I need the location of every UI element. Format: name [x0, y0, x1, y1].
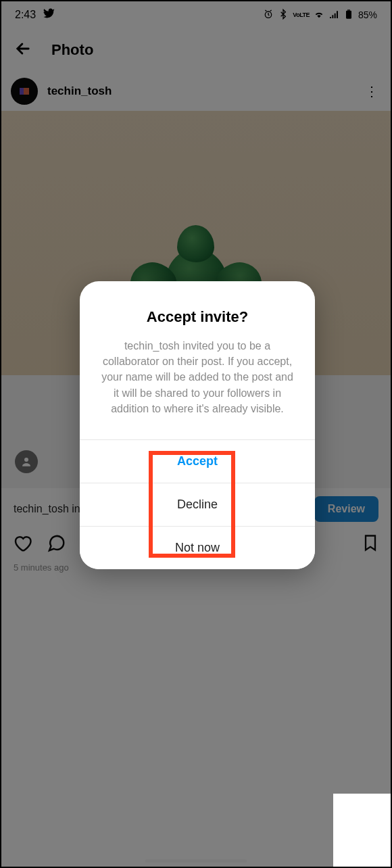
accept-button[interactable]: Accept	[80, 439, 315, 483]
dialog-body-text: techin_tosh invited you to be a collabor…	[99, 338, 296, 416]
accept-invite-dialog: Accept invite? techin_tosh invited you t…	[80, 281, 315, 569]
home-indicator	[145, 859, 247, 863]
not-now-button[interactable]: Not now	[80, 526, 315, 569]
bottom-white-patch	[333, 794, 391, 867]
dialog-title: Accept invite?	[99, 308, 296, 326]
decline-button[interactable]: Decline	[80, 483, 315, 526]
